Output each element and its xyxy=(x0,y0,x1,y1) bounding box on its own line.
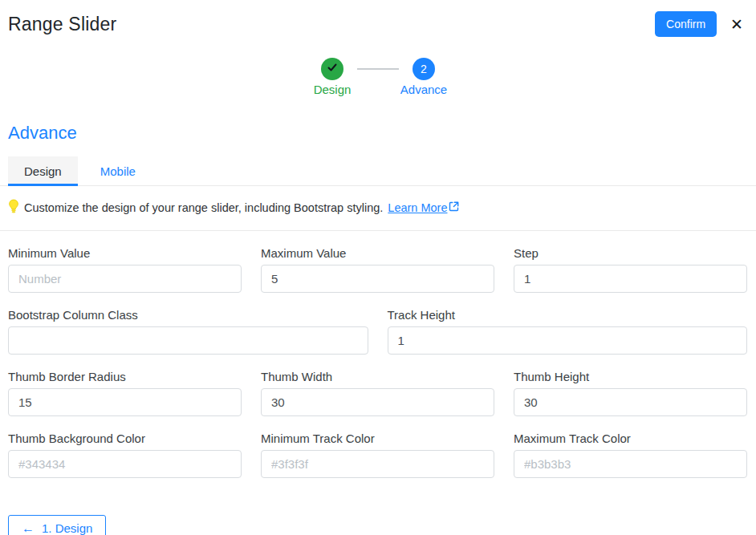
step-design-label: Design xyxy=(314,83,352,96)
info-banner: Customize the design of your range slide… xyxy=(8,199,748,216)
thumb-height-label: Thumb Height xyxy=(514,370,747,383)
info-text: Customize the design of your range slide… xyxy=(24,201,383,214)
dialog-footer: ← 1. Design xyxy=(8,515,756,535)
minimum-value-input[interactable] xyxy=(8,265,242,293)
bootstrap-column-class-label: Bootstrap Column Class xyxy=(8,308,368,322)
field-maximum-value: Maximum Value xyxy=(261,246,494,293)
close-icon[interactable]: ✕ xyxy=(729,15,745,34)
thumb-width-input[interactable] xyxy=(261,388,494,416)
back-button-label: 1. Design xyxy=(42,521,92,535)
step-input[interactable] xyxy=(514,265,747,293)
page-title: Range Slider xyxy=(8,14,116,35)
learn-more-label[interactable]: Learn More xyxy=(388,201,447,214)
wizard-stepper: Design 2 Advance xyxy=(0,58,756,96)
field-thumb-background-color: Thumb Background Color xyxy=(8,432,242,478)
field-minimum-track-color: Minimum Track Color xyxy=(261,432,494,478)
section-title: Advance xyxy=(8,123,756,144)
thumb-background-color-label: Thumb Background Color xyxy=(8,432,242,445)
maximum-value-label: Maximum Value xyxy=(261,246,494,260)
check-icon xyxy=(327,62,338,76)
external-link-icon xyxy=(449,201,459,214)
thumb-width-label: Thumb Width xyxy=(261,370,494,383)
tab-bar: Design Mobile xyxy=(0,156,756,186)
minimum-track-color-label: Minimum Track Color xyxy=(261,432,494,445)
field-minimum-value: Minimum Value xyxy=(8,246,242,293)
minimum-value-label: Minimum Value xyxy=(8,246,242,260)
back-arrow-icon: ← xyxy=(22,522,35,535)
dialog-header: Range Slider Confirm ✕ xyxy=(0,0,756,37)
step-advance[interactable]: 2 Advance xyxy=(399,58,449,96)
field-step: Step xyxy=(514,246,747,293)
field-bootstrap-column-class: Bootstrap Column Class xyxy=(8,308,368,355)
maximum-track-color-label: Maximum Track Color xyxy=(514,432,747,445)
track-height-label: Track Height xyxy=(388,308,748,322)
field-maximum-track-color: Maximum Track Color xyxy=(514,432,747,478)
field-thumb-width: Thumb Width xyxy=(261,370,494,416)
tab-mobile[interactable]: Mobile xyxy=(84,156,152,186)
back-to-design-button[interactable]: ← 1. Design xyxy=(8,515,106,535)
thumb-height-input[interactable] xyxy=(514,388,747,416)
thumb-border-radius-label: Thumb Border Radius xyxy=(8,370,242,383)
field-thumb-height: Thumb Height xyxy=(514,370,747,416)
stepper-connector xyxy=(357,68,399,70)
step-advance-circle[interactable]: 2 xyxy=(413,58,435,80)
field-thumb-border-radius: Thumb Border Radius xyxy=(8,370,242,416)
step-design[interactable]: Design xyxy=(307,58,357,96)
section-divider xyxy=(0,230,756,231)
thumb-background-color-input[interactable] xyxy=(8,450,242,478)
tab-design[interactable]: Design xyxy=(8,156,78,186)
maximum-value-input[interactable] xyxy=(261,265,494,293)
thumb-border-radius-input[interactable] xyxy=(8,388,242,416)
minimum-track-color-input[interactable] xyxy=(261,450,494,478)
lightbulb-icon xyxy=(8,199,19,216)
advance-settings-form: Minimum Value Maximum Value Step Bootstr… xyxy=(0,246,756,478)
bootstrap-column-class-input[interactable] xyxy=(8,326,368,355)
learn-more-link[interactable]: Learn More xyxy=(388,201,459,214)
maximum-track-color-input[interactable] xyxy=(514,450,747,478)
step-design-circle[interactable] xyxy=(321,58,343,80)
track-height-input[interactable] xyxy=(388,326,748,355)
step-advance-label: Advance xyxy=(400,83,447,96)
step-label: Step xyxy=(514,246,747,260)
confirm-button[interactable]: Confirm xyxy=(655,11,717,37)
field-track-height: Track Height xyxy=(388,308,748,355)
